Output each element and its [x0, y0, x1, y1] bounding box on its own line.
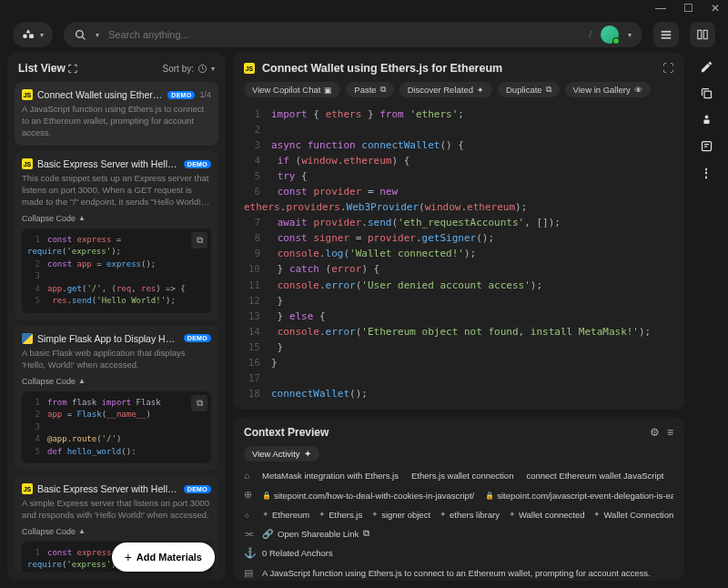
- link-item[interactable]: 🔒sitepoint.com/how-to-deal-with-cookies-…: [262, 491, 474, 501]
- action-chip[interactable]: Paste ⧉: [346, 82, 393, 97]
- context-header: Context Preview ⚙ ≡: [244, 426, 673, 439]
- js-badge-icon: JS: [22, 483, 33, 494]
- svg-point-0: [76, 30, 84, 37]
- plus-icon: +: [125, 550, 132, 564]
- action-chip[interactable]: View in Gallery 👁: [565, 82, 651, 97]
- context-tags-row: ⬦ ✦Ethereum✦Ethers.js✦signer object✦ethe…: [244, 509, 673, 520]
- list-view-toggle[interactable]: [653, 22, 679, 47]
- search-icon: ⌕: [244, 470, 255, 481]
- copy-icon[interactable]: [700, 86, 713, 100]
- collapse-toggle[interactable]: Collapse Code ▲: [22, 377, 211, 386]
- search-bar[interactable]: ▾ / ▾: [64, 22, 642, 47]
- summary-text: A JavaScript function using Ethers.js to…: [262, 568, 651, 578]
- list-card[interactable]: JSBasic Express Server with Hello World …: [15, 151, 218, 319]
- copy-icon[interactable]: ⧉: [363, 528, 369, 539]
- sort-button[interactable]: Sort by: ▾: [163, 64, 215, 74]
- action-chip[interactable]: Duplicate ⧉: [498, 82, 560, 97]
- demo-tag: DEMO: [167, 91, 195, 99]
- note-icon[interactable]: [700, 139, 713, 153]
- plus-icon: ✦: [440, 510, 447, 519]
- editor-header: JS Connect Wallet using Ethers.js for Et…: [244, 62, 673, 75]
- tag-item[interactable]: ✦Wallet connected: [509, 510, 585, 520]
- card-title: Simple Flask App to Display Hello World: [37, 333, 179, 344]
- right-rail: ⋮: [692, 53, 721, 581]
- list-card[interactable]: Simple Flask App to Display Hello WorldD…: [15, 326, 218, 471]
- collapse-toggle[interactable]: Collapse Code ▲: [22, 527, 211, 536]
- note-icon: ▤: [244, 567, 255, 579]
- lock-icon: 🔒: [262, 492, 271, 500]
- expand-arrows-icon[interactable]: ⛶: [68, 64, 77, 74]
- context-anchors-row: ⚓ 0 Related Anchors: [244, 547, 673, 559]
- tag-item[interactable]: ✦signer object: [371, 510, 430, 520]
- columns-icon: [696, 28, 709, 41]
- edit-icon[interactable]: [700, 60, 713, 74]
- anchors-text: 0 Related Anchors: [262, 548, 333, 558]
- avatar[interactable]: [601, 25, 619, 44]
- tag-item[interactable]: ✦Wallet Connection: [593, 510, 673, 520]
- list-header: List View ⛶ Sort by: ▾: [15, 62, 218, 82]
- copy-button[interactable]: ⧉: [191, 395, 207, 411]
- svg-rect-7: [704, 91, 712, 98]
- code-snippet: ⧉1from flask import Flask2app = Flask(__…: [22, 391, 211, 464]
- action-chip[interactable]: View Copilot Chat ▣: [244, 82, 340, 97]
- copy-button[interactable]: ⧉: [191, 232, 207, 248]
- plus-icon: ✦: [371, 510, 379, 519]
- card-description: This code snippet sets up an Express ser…: [22, 173, 211, 208]
- plus-icon: ✦: [262, 510, 269, 519]
- window-close[interactable]: ✕: [710, 2, 721, 15]
- clock-icon: [197, 64, 207, 74]
- add-materials-button[interactable]: + Add Materials: [112, 542, 215, 572]
- context-share-row: ⫘ 🔗 Open Shareable Link ⧉: [244, 528, 673, 539]
- tag-item[interactable]: ✦ethers library: [440, 510, 500, 520]
- settings-icon[interactable]: ⚙: [650, 426, 660, 439]
- svg-rect-3: [662, 37, 672, 39]
- js-badge-icon: JS: [22, 89, 33, 100]
- more-icon[interactable]: ⋮: [700, 166, 713, 180]
- chevron-up-icon: ▲: [78, 377, 86, 385]
- window-titlebar: — ☐ ✕: [0, 0, 728, 16]
- shapes-menu[interactable]: ▾: [13, 22, 53, 47]
- slash-shortcut: /: [589, 30, 592, 40]
- collapse-toggle[interactable]: Collapse Code ▲: [22, 214, 211, 223]
- expand-icon[interactable]: ⛶: [662, 62, 673, 75]
- search-input[interactable]: [108, 29, 580, 40]
- editor-panel: JS Connect Wallet using Ethers.js for Et…: [233, 53, 684, 410]
- svg-rect-4: [698, 30, 702, 38]
- tag-item[interactable]: ✦Ethers.js: [318, 510, 362, 520]
- globe-icon: ⊕: [244, 489, 255, 501]
- window-maximize[interactable]: ☐: [682, 2, 693, 15]
- query-item[interactable]: connect Ethereum wallet JavaScript: [526, 471, 663, 481]
- query-item[interactable]: MetaMask integration with Ethers.js: [262, 471, 399, 481]
- chip-icon: ⧉: [380, 85, 386, 95]
- query-item[interactable]: Ethers.js wallet connection: [411, 471, 513, 481]
- context-panel: Context Preview ⚙ ≡ View Activity ✦ ⌕ Me…: [233, 417, 684, 581]
- avatar-caret-icon: ▾: [628, 31, 632, 39]
- topbar: ▾ ▾ / ▾: [0, 16, 728, 53]
- js-badge-icon: JS: [244, 63, 255, 74]
- center-column: JS Connect Wallet using Ethers.js for Et…: [233, 53, 684, 581]
- card-description: A JavaScript function using Ethers.js to…: [22, 104, 211, 138]
- anchor-icon: ⚓: [244, 547, 255, 559]
- sparkle-icon: ✦: [304, 449, 311, 459]
- action-chip[interactable]: Discover Related ✦: [399, 82, 492, 97]
- link-item[interactable]: 🔒sitepoint.com/javascript-event-delegati…: [485, 491, 673, 501]
- shapes-icon: [22, 28, 35, 41]
- share-link[interactable]: 🔗 Open Shareable Link ⧉: [262, 528, 369, 539]
- list-card[interactable]: JSConnect Wallet using Ethers.js for Et.…: [15, 82, 218, 146]
- user-icon[interactable]: [700, 113, 713, 127]
- list-title: List View ⛶: [18, 62, 77, 75]
- code-editor[interactable]: 1import { ethers } from 'ethers';23async…: [244, 106, 673, 400]
- context-title: Context Preview: [244, 426, 642, 439]
- lock-icon: 🔒: [485, 492, 494, 500]
- context-links-row: ⊕ 🔒sitepoint.com/how-to-deal-with-cookie…: [244, 489, 673, 501]
- panel-toggle[interactable]: [690, 22, 715, 47]
- share-icon: ⫘: [244, 528, 255, 539]
- caret-icon: ▾: [40, 31, 44, 39]
- tag-item[interactable]: ✦Ethereum: [262, 510, 309, 520]
- context-queries-row: ⌕ MetaMask integration with Ethers.jsEth…: [244, 470, 673, 481]
- python-badge-icon: [22, 333, 33, 344]
- svg-point-8: [704, 116, 708, 119]
- window-minimize[interactable]: —: [655, 2, 666, 15]
- filter-icon[interactable]: ≡: [667, 426, 673, 439]
- view-activity-button[interactable]: View Activity ✦: [244, 446, 319, 461]
